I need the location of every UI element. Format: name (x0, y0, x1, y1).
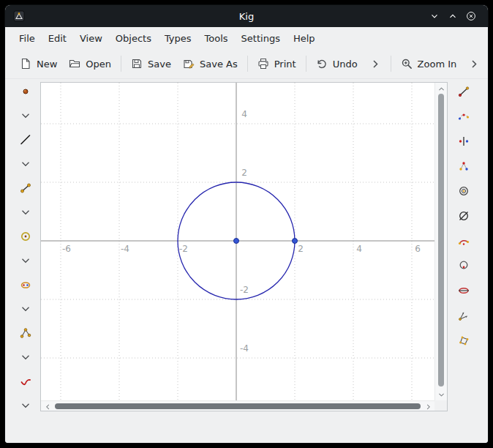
line-tools-expander[interactable] (17, 155, 34, 173)
menu-item-view[interactable]: View (73, 29, 109, 48)
maximize-icon (448, 11, 458, 21)
perpendicular-construct-button[interactable] (455, 132, 473, 150)
expander-chevron-icon (20, 206, 31, 218)
conic-tool-button[interactable] (17, 276, 34, 294)
save-button-label: Save (148, 59, 171, 70)
scroll-left-button[interactable] (42, 401, 53, 411)
undo-more-button[interactable] (364, 53, 387, 75)
save-button[interactable]: Save (125, 53, 177, 75)
circle-tool-button[interactable] (17, 228, 34, 245)
minimize-button[interactable] (428, 10, 441, 23)
point-object[interactable] (234, 239, 239, 244)
scroll-up-button[interactable] (436, 83, 446, 94)
left-toolbar (11, 83, 40, 414)
titlebar[interactable]: Kig (5, 5, 488, 27)
circle-diagonal-icon (458, 210, 470, 222)
open-button-label: Open (86, 59, 111, 70)
menu-item-objects[interactable]: Objects (109, 29, 158, 48)
new-button[interactable]: New (14, 53, 63, 75)
segment-tools-expander[interactable] (17, 204, 34, 221)
point-tools-expander[interactable] (17, 107, 34, 124)
scroll-right-button[interactable] (423, 401, 433, 411)
open-button[interactable]: Open (63, 53, 117, 75)
canvas-area[interactable]: -6-4-224642-2-4 (41, 83, 434, 400)
conic-tool-icon (20, 279, 31, 291)
status-bar (5, 411, 488, 443)
scroll-down-button[interactable] (436, 389, 446, 400)
circle-tools-expander[interactable] (17, 252, 34, 269)
kig-window: Kig FileEditViewObjectsTypesToolsSetting… (5, 5, 488, 443)
ellipse-axis-icon (458, 285, 470, 296)
toolbar-separator (247, 56, 248, 72)
conic-tools-expander[interactable] (17, 300, 34, 318)
test-tool-button[interactable] (17, 373, 34, 390)
expander-chevron-icon (20, 255, 31, 266)
vertical-scrollbar[interactable] (434, 83, 447, 400)
points-construct-button[interactable] (455, 157, 473, 175)
toolbar-separator (306, 56, 306, 72)
menu-item-edit[interactable]: Edit (42, 29, 73, 48)
menu-item-settings[interactable]: Settings (235, 29, 287, 48)
print-button[interactable]: Print (252, 53, 302, 75)
zoom-in-button[interactable]: Zoom In (395, 53, 463, 75)
toolbar-overflow-button[interactable] (462, 53, 486, 75)
chevron-right-icon (468, 58, 480, 70)
segment-construct-button[interactable] (455, 83, 473, 100)
axis-tick-label: -2 (179, 244, 188, 254)
geometry-canvas[interactable]: -6-4-224642-2-4 (41, 83, 434, 400)
polygon-construct-button[interactable] (455, 332, 473, 349)
circle-diagonal-button[interactable] (455, 207, 473, 225)
kig-app-icon (12, 10, 25, 23)
line-tool-button[interactable] (17, 131, 34, 149)
menu-item-tools[interactable]: Tools (198, 29, 235, 48)
print-icon (257, 58, 269, 70)
save-as-button-label: Save As (200, 59, 238, 70)
circle-center-point-icon (458, 185, 470, 197)
expander-chevron-icon (20, 158, 31, 170)
save-as-button[interactable]: Save As (177, 53, 244, 75)
curve-points-icon (458, 111, 470, 122)
menu-item-types[interactable]: Types (158, 29, 198, 48)
minimize-icon (429, 11, 440, 21)
arc-construct-icon (458, 235, 470, 247)
point-tool-button[interactable] (17, 83, 34, 100)
axis-tick-label: -6 (62, 244, 71, 254)
undo-icon (316, 58, 328, 70)
chevron-right-icon (369, 58, 381, 70)
close-button[interactable] (464, 10, 478, 23)
ellipse-axis-button[interactable] (455, 282, 473, 299)
undo-button-label: Undo (333, 59, 358, 70)
axis-tick-label: 2 (298, 244, 304, 254)
line-tool-icon (20, 134, 31, 146)
horizontal-scrollbar[interactable] (41, 400, 434, 411)
horizontal-scrollbar-thumb[interactable] (55, 403, 421, 409)
polygon-tools-expander[interactable] (17, 348, 34, 366)
menu-item-help[interactable]: Help (287, 29, 322, 48)
expander-chevron-icon (20, 303, 31, 315)
test-tool-icon (20, 376, 31, 387)
close-icon (466, 11, 476, 21)
main-toolbar: NewOpenSaveSave AsPrintUndoZoom In (5, 49, 488, 79)
polygon-tool-button[interactable] (17, 324, 34, 342)
vector-construct-icon (458, 310, 470, 321)
maximize-button[interactable] (446, 10, 459, 23)
axis-tick-label: -4 (240, 343, 249, 354)
polygon-construct-icon (458, 335, 470, 346)
menu-item-file[interactable]: File (12, 29, 42, 48)
segment-construct-icon (458, 86, 470, 97)
segment-tool-button[interactable] (17, 179, 34, 197)
window-controls (428, 10, 481, 23)
conic-focus-button[interactable] (455, 257, 473, 275)
new-button-label: New (37, 59, 57, 70)
curve-points-button[interactable] (455, 108, 473, 125)
circle-center-button[interactable] (455, 182, 473, 200)
arc-construct-button[interactable] (455, 232, 473, 250)
vertical-scrollbar-thumb[interactable] (438, 94, 444, 387)
point-object[interactable] (293, 239, 298, 244)
vector-construct-button[interactable] (455, 307, 473, 324)
zoom-in-icon (401, 58, 413, 70)
polygon-tool-icon (20, 327, 31, 339)
toolbar-separator (391, 56, 391, 72)
expander-chevron-icon (20, 110, 31, 122)
undo-button[interactable]: Undo (310, 53, 364, 75)
